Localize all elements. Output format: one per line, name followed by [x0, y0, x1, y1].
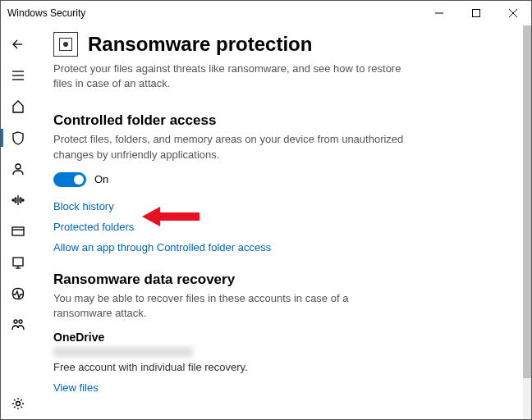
maximize-button[interactable] [457, 1, 494, 25]
sidebar-item-firewall[interactable] [1, 185, 35, 216]
sidebar-item-home[interactable] [1, 91, 35, 122]
sidebar-item-device-performance[interactable] [1, 278, 35, 309]
close-button[interactable] [494, 1, 531, 25]
link-view-files[interactable]: View files [53, 381, 507, 394]
svg-point-18 [19, 320, 22, 323]
sidebar [1, 25, 35, 419]
cfa-toggle-label: On [94, 173, 108, 185]
onedrive-desc: Free account with individual file recove… [53, 361, 507, 373]
window: Windows Security [0, 0, 532, 420]
sidebar-item-settings[interactable] [1, 388, 35, 419]
sidebar-item-account-protection[interactable] [1, 153, 35, 185]
window-title: Windows Security [7, 7, 85, 19]
onedrive-account-redacted [53, 347, 193, 357]
svg-point-9 [12, 199, 14, 201]
link-protected-folders[interactable]: Protected folders [53, 221, 507, 233]
link-allow-app[interactable]: Allow an app through Controlled folder a… [53, 241, 507, 253]
main-content: Ransomware protection Protect your files… [35, 25, 531, 419]
titlebar: Windows Security [1, 1, 531, 25]
scrollbar-thumb[interactable] [523, 25, 531, 378]
svg-point-10 [22, 199, 24, 201]
sidebar-item-device-security[interactable] [1, 247, 35, 278]
page-description: Protect your files against threats like … [53, 62, 406, 91]
ransomware-icon [53, 32, 78, 57]
svg-point-17 [14, 320, 17, 323]
back-button[interactable] [1, 29, 35, 60]
sidebar-item-app-browser[interactable] [1, 216, 35, 247]
page-title: Ransomware protection [88, 33, 312, 56]
svg-rect-1 [472, 10, 479, 17]
menu-button[interactable] [1, 60, 35, 91]
svg-point-19 [16, 402, 21, 406]
recovery-description: You may be able to recover files in thes… [53, 291, 406, 321]
link-block-history[interactable]: Block history [53, 200, 507, 212]
cfa-description: Protect files, folders, and memory areas… [53, 132, 406, 162]
onedrive-title: OneDrive [53, 331, 507, 344]
sidebar-item-virus-protection[interactable] [1, 122, 35, 153]
svg-point-8 [16, 164, 21, 169]
scrollbar-track[interactable] [523, 25, 531, 419]
cfa-heading: Controlled folder access [53, 112, 507, 129]
svg-rect-14 [13, 258, 23, 266]
svg-rect-12 [12, 227, 24, 235]
minimize-button[interactable] [420, 1, 457, 25]
recovery-heading: Ransomware data recovery [53, 272, 507, 288]
cfa-toggle[interactable] [53, 172, 86, 187]
sidebar-item-family-options[interactable] [1, 309, 35, 340]
